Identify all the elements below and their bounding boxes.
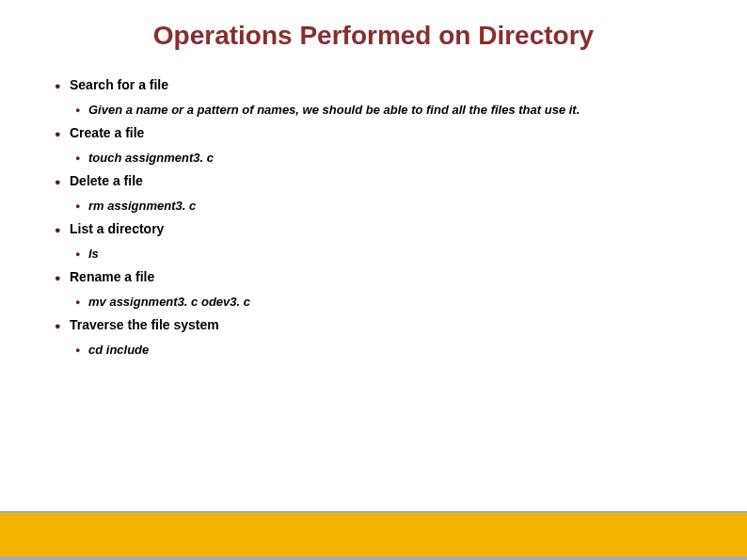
sub-list-item-label: ls <box>88 247 728 262</box>
bullet-icon <box>55 125 70 141</box>
sub-list-item-label: Given a name or a pattern of names, we s… <box>88 103 728 118</box>
list-item-label: Rename a file <box>70 269 728 285</box>
sub-list-item: cd include <box>75 343 728 358</box>
bullet-icon <box>75 343 88 356</box>
sub-list: mv assignment3. c odev3. c <box>55 295 728 310</box>
sub-list: ls <box>55 247 728 262</box>
bullet-icon <box>55 77 70 93</box>
list-item: Rename a file <box>55 269 728 285</box>
list-item: Delete a file <box>55 173 728 189</box>
bullet-icon <box>75 103 88 116</box>
footer-bottom-border <box>0 556 747 560</box>
sub-list-item: touch assignment3. c <box>75 151 728 166</box>
sub-list-item-label: rm assignment3. c <box>88 199 728 214</box>
bullet-icon <box>75 199 88 212</box>
sub-list: touch assignment3. c <box>55 151 728 166</box>
list-item: List a directory <box>55 221 728 237</box>
sub-list-item: rm assignment3. c <box>75 199 728 214</box>
list-item: Create a file <box>55 125 728 141</box>
list-item-label: Traverse the file system <box>70 317 728 333</box>
list-item: Traverse the file system <box>55 317 728 333</box>
bullet-icon <box>75 247 88 260</box>
list-item-label: Delete a file <box>70 173 728 189</box>
sub-list-item: mv assignment3. c odev3. c <box>75 295 728 310</box>
sub-list-item-label: cd include <box>88 343 728 358</box>
slide-content: Search for a file Given a name or a patt… <box>0 77 747 358</box>
bullet-icon <box>55 269 70 285</box>
list-item-label: Create a file <box>70 125 728 141</box>
sub-list: rm assignment3. c <box>55 199 728 214</box>
sub-list: Given a name or a pattern of names, we s… <box>55 103 728 118</box>
bullet-icon <box>55 173 70 189</box>
sub-list-item-label: touch assignment3. c <box>88 151 728 166</box>
bullet-icon <box>75 295 88 308</box>
sub-list-item-label: mv assignment3. c odev3. c <box>88 295 728 310</box>
bullet-icon <box>75 151 88 164</box>
list-item-label: Search for a file <box>70 77 728 93</box>
list-item: Search for a file <box>55 77 728 93</box>
sub-list: cd include <box>55 343 728 358</box>
slide-title: Operations Performed on Directory <box>0 0 747 77</box>
list-item-label: List a directory <box>70 221 728 237</box>
sub-list-item: Given a name or a pattern of names, we s… <box>75 103 728 118</box>
bullet-icon <box>55 317 70 333</box>
footer-bar <box>0 513 747 560</box>
bullet-icon <box>55 221 70 237</box>
sub-list-item: ls <box>75 247 728 262</box>
